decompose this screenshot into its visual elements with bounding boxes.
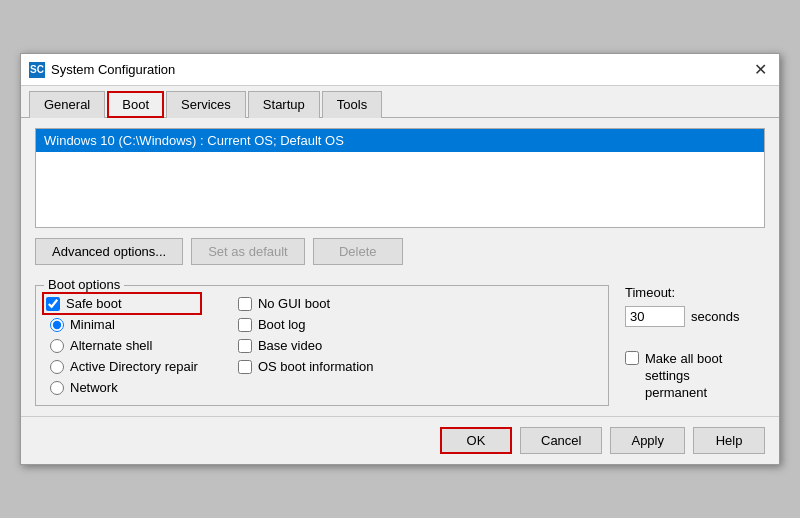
radio-alternate-shell-label: Alternate shell <box>70 338 152 353</box>
boot-options-group: Boot options Safe boot Minimal <box>35 285 609 406</box>
tab-services[interactable]: Services <box>166 91 246 118</box>
safe-boot-checkbox[interactable] <box>46 297 60 311</box>
timeout-input[interactable] <box>625 306 685 327</box>
boot-right-column: No GUI boot Boot log Base video OS <box>238 296 374 395</box>
title-bar: SC System Configuration ✕ <box>21 54 779 86</box>
radio-minimal-label: Minimal <box>70 317 115 332</box>
apply-button[interactable]: Apply <box>610 427 685 454</box>
permanent-label: Make all boot settings permanent <box>645 351 755 402</box>
timeout-label: Timeout: <box>625 285 765 300</box>
tab-content: Windows 10 (C:\Windows) : Current OS; De… <box>21 118 779 416</box>
tab-bar: General Boot Services Startup Tools <box>21 86 779 118</box>
boot-options-legend: Boot options <box>44 277 124 292</box>
base-video-row: Base video <box>238 338 374 353</box>
safe-boot-radio-group: Minimal Alternate shell Active Directory… <box>50 317 198 395</box>
ok-button[interactable]: OK <box>440 427 512 454</box>
os-list[interactable]: Windows 10 (C:\Windows) : Current OS; De… <box>35 128 765 228</box>
no-gui-boot-checkbox[interactable] <box>238 297 252 311</box>
radio-ad-repair: Active Directory repair <box>50 359 198 374</box>
safe-boot-row: Safe boot <box>46 296 198 311</box>
tab-general[interactable]: General <box>29 91 105 118</box>
app-icon: SC <box>29 62 45 78</box>
os-list-item[interactable]: Windows 10 (C:\Windows) : Current OS; De… <box>36 129 764 152</box>
radio-alternate-shell: Alternate shell <box>50 338 198 353</box>
safe-boot-label: Safe boot <box>66 296 122 311</box>
boot-log-checkbox[interactable] <box>238 318 252 332</box>
radio-network-label: Network <box>70 380 118 395</box>
close-button[interactable]: ✕ <box>750 60 771 79</box>
action-buttons-row: Advanced options... Set as default Delet… <box>35 238 765 265</box>
timeout-section: Timeout: seconds Make all boot settings … <box>625 285 765 402</box>
radio-minimal: Minimal <box>50 317 198 332</box>
radio-network: Network <box>50 380 198 395</box>
help-button[interactable]: Help <box>693 427 765 454</box>
base-video-checkbox[interactable] <box>238 339 252 353</box>
set-as-default-button[interactable]: Set as default <box>191 238 305 265</box>
os-boot-info-label: OS boot information <box>258 359 374 374</box>
radio-ad-repair-label: Active Directory repair <box>70 359 198 374</box>
title-bar-left: SC System Configuration <box>29 62 175 78</box>
system-config-window: SC System Configuration ✕ General Boot S… <box>20 53 780 465</box>
radio-network-input[interactable] <box>50 381 64 395</box>
timeout-row: seconds <box>625 306 765 327</box>
timeout-unit: seconds <box>691 309 739 324</box>
permanent-checkbox[interactable] <box>625 351 639 365</box>
radio-ad-repair-input[interactable] <box>50 360 64 374</box>
tab-boot[interactable]: Boot <box>107 91 164 118</box>
cancel-button[interactable]: Cancel <box>520 427 602 454</box>
boot-options-inner: Safe boot Minimal Alternate shell <box>46 296 598 395</box>
advanced-options-button[interactable]: Advanced options... <box>35 238 183 265</box>
permanent-check-row: Make all boot settings permanent <box>625 351 765 402</box>
boot-log-row: Boot log <box>238 317 374 332</box>
boot-left-column: Safe boot Minimal Alternate shell <box>46 296 198 395</box>
tab-startup[interactable]: Startup <box>248 91 320 118</box>
radio-minimal-input[interactable] <box>50 318 64 332</box>
tab-tools[interactable]: Tools <box>322 91 382 118</box>
base-video-label: Base video <box>258 338 322 353</box>
radio-alternate-shell-input[interactable] <box>50 339 64 353</box>
window-title: System Configuration <box>51 62 175 77</box>
boot-log-label: Boot log <box>258 317 306 332</box>
bottom-bar: OK Cancel Apply Help <box>21 416 779 464</box>
no-gui-boot-row: No GUI boot <box>238 296 374 311</box>
section-row: Boot options Safe boot Minimal <box>35 279 765 406</box>
delete-button[interactable]: Delete <box>313 238 403 265</box>
os-boot-info-row: OS boot information <box>238 359 374 374</box>
no-gui-boot-label: No GUI boot <box>258 296 330 311</box>
os-boot-info-checkbox[interactable] <box>238 360 252 374</box>
